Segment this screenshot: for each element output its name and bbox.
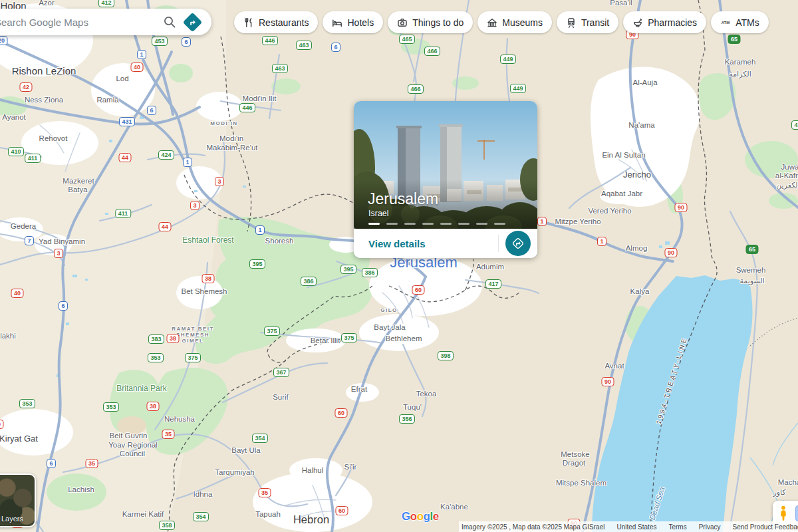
chip-label: Restaurants: [259, 17, 309, 28]
google-logo-letter: g: [424, 510, 430, 523]
pagination-dot[interactable]: [386, 223, 398, 225]
atm-icon: ATM: [720, 17, 731, 28]
search-input[interactable]: [0, 16, 158, 29]
restaurants-icon: [243, 17, 254, 28]
attribution-privacy[interactable]: Privacy: [699, 523, 721, 531]
chip-label: Transit: [581, 17, 609, 28]
map-tan-patch: [117, 416, 146, 435]
camera-icon: [397, 17, 408, 28]
pagination-dot[interactable]: [476, 223, 487, 225]
google-logo: Google: [402, 510, 439, 523]
card-directions-button[interactable]: [505, 231, 531, 256]
place-photo[interactable]: Jerusalem Israel: [354, 101, 537, 229]
pagination-dot[interactable]: [494, 223, 505, 225]
place-card: Jerusalem Israel View details: [354, 101, 537, 258]
layers-control[interactable]: Layers: [0, 473, 36, 527]
directions-button[interactable]: [181, 11, 203, 33]
place-card-actions: View details: [354, 229, 537, 258]
search-icon: [162, 15, 177, 29]
chip-label: Pharmacies: [648, 17, 697, 28]
search-button[interactable]: [158, 11, 181, 33]
pagination-dot[interactable]: [404, 223, 416, 225]
pagination-dot[interactable]: [368, 223, 380, 225]
pegman-icon[interactable]: [777, 505, 790, 522]
attribution-terms[interactable]: Terms: [668, 523, 686, 531]
transit-icon: [566, 17, 577, 28]
chip-hotels[interactable]: Hotels: [323, 11, 383, 33]
chip-restaurants[interactable]: Restaurants: [234, 11, 318, 33]
svg-text:ATM: ATM: [722, 21, 730, 25]
place-card-subtitle: Israel: [368, 209, 389, 218]
google-logo-letter: o: [410, 510, 417, 523]
category-chips: Restaurants Hotels Things to do Museums …: [234, 11, 769, 33]
pagination-dot[interactable]: [422, 223, 434, 225]
chip-label: Things to do: [412, 17, 464, 28]
attribution-region[interactable]: United States: [616, 523, 656, 531]
chip-transit[interactable]: Transit: [557, 11, 618, 33]
chip-label: Museums: [502, 17, 543, 28]
google-logo-letter: o: [417, 510, 424, 523]
directions-icon: [182, 12, 202, 32]
chip-museums[interactable]: Museums: [477, 11, 552, 33]
place-card-title: Jerusalem: [368, 190, 438, 208]
hotels-icon: [332, 17, 342, 28]
chip-pharmacies[interactable]: Pharmacies: [623, 11, 706, 33]
museum-icon: [487, 17, 497, 28]
imagery-toggle-icon[interactable]: [795, 505, 798, 521]
map-canvas[interactable]: [0, 0, 798, 532]
google-logo-letter: e: [433, 510, 439, 523]
pagination-dot[interactable]: [458, 223, 469, 225]
pagination-dot[interactable]: [440, 223, 452, 225]
photo-pagination-dots[interactable]: [368, 223, 505, 225]
search-bar[interactable]: [0, 9, 211, 35]
attribution-bar: Imagery ©2025 , Map data ©2025 Mapa GISr…: [459, 521, 798, 532]
pharmacy-icon: [632, 17, 643, 28]
attribution-feedback[interactable]: Send Product Feedback: [733, 523, 798, 531]
card-divider: [498, 235, 499, 252]
chip-things-to-do[interactable]: Things to do: [388, 11, 473, 33]
directions-icon: [512, 237, 524, 249]
chip-label: Hotels: [347, 17, 374, 28]
chip-atms[interactable]: ATM ATMs: [711, 11, 769, 33]
layers-label: Layers: [1, 515, 23, 523]
google-logo-letter: G: [402, 510, 410, 523]
chip-label: ATMs: [735, 17, 759, 28]
view-details-link[interactable]: View details: [354, 238, 498, 249]
attribution-imagery: Imagery ©2025 , Map data ©2025 Mapa GISr…: [462, 523, 604, 531]
